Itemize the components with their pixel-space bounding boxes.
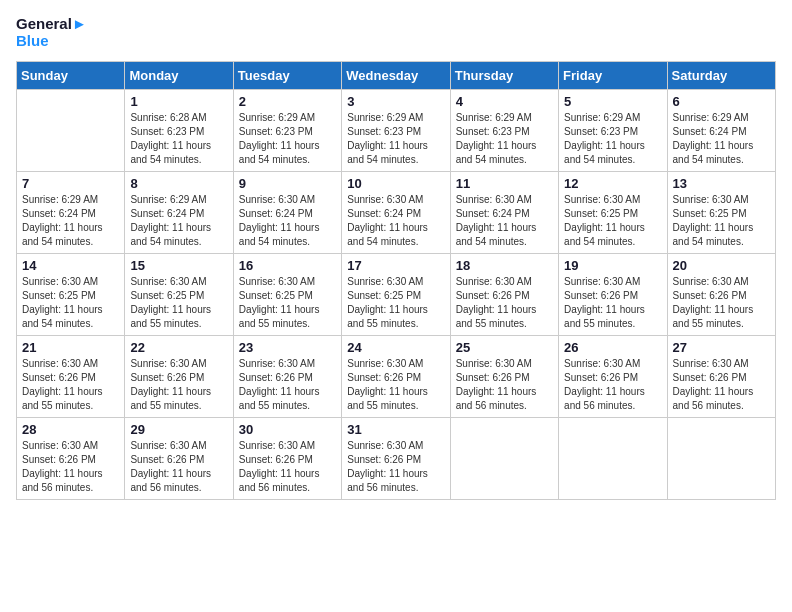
day-number: 6 [673, 94, 770, 109]
day-info: Sunrise: 6:30 AMSunset: 6:24 PMDaylight:… [239, 193, 336, 249]
calendar-cell: 16Sunrise: 6:30 AMSunset: 6:25 PMDayligh… [233, 254, 341, 336]
calendar-cell: 25Sunrise: 6:30 AMSunset: 6:26 PMDayligh… [450, 336, 558, 418]
day-number: 29 [130, 422, 227, 437]
day-info: Sunrise: 6:30 AMSunset: 6:26 PMDaylight:… [347, 439, 444, 495]
calendar-cell: 30Sunrise: 6:30 AMSunset: 6:26 PMDayligh… [233, 418, 341, 500]
day-info: Sunrise: 6:30 AMSunset: 6:26 PMDaylight:… [673, 275, 770, 331]
calendar-cell: 31Sunrise: 6:30 AMSunset: 6:26 PMDayligh… [342, 418, 450, 500]
logo-container: General► Blue [16, 16, 87, 49]
calendar-week-row: 1Sunrise: 6:28 AMSunset: 6:23 PMDaylight… [17, 90, 776, 172]
calendar-cell: 11Sunrise: 6:30 AMSunset: 6:24 PMDayligh… [450, 172, 558, 254]
calendar-cell: 18Sunrise: 6:30 AMSunset: 6:26 PMDayligh… [450, 254, 558, 336]
day-number: 14 [22, 258, 119, 273]
calendar-cell [450, 418, 558, 500]
calendar-cell: 28Sunrise: 6:30 AMSunset: 6:26 PMDayligh… [17, 418, 125, 500]
calendar-table: SundayMondayTuesdayWednesdayThursdayFrid… [16, 61, 776, 500]
day-info: Sunrise: 6:30 AMSunset: 6:24 PMDaylight:… [347, 193, 444, 249]
calendar-cell [667, 418, 775, 500]
day-info: Sunrise: 6:30 AMSunset: 6:26 PMDaylight:… [347, 357, 444, 413]
day-number: 12 [564, 176, 661, 191]
calendar-cell: 2Sunrise: 6:29 AMSunset: 6:23 PMDaylight… [233, 90, 341, 172]
day-info: Sunrise: 6:30 AMSunset: 6:25 PMDaylight:… [130, 275, 227, 331]
day-of-week-header: Wednesday [342, 62, 450, 90]
day-number: 3 [347, 94, 444, 109]
calendar-cell: 14Sunrise: 6:30 AMSunset: 6:25 PMDayligh… [17, 254, 125, 336]
calendar-cell: 7Sunrise: 6:29 AMSunset: 6:24 PMDaylight… [17, 172, 125, 254]
day-number: 24 [347, 340, 444, 355]
calendar-header-row: SundayMondayTuesdayWednesdayThursdayFrid… [17, 62, 776, 90]
day-number: 13 [673, 176, 770, 191]
calendar-cell: 17Sunrise: 6:30 AMSunset: 6:25 PMDayligh… [342, 254, 450, 336]
day-info: Sunrise: 6:29 AMSunset: 6:24 PMDaylight:… [673, 111, 770, 167]
calendar-cell: 26Sunrise: 6:30 AMSunset: 6:26 PMDayligh… [559, 336, 667, 418]
calendar-cell: 9Sunrise: 6:30 AMSunset: 6:24 PMDaylight… [233, 172, 341, 254]
day-number: 19 [564, 258, 661, 273]
logo-blue: Blue [16, 33, 87, 50]
day-info: Sunrise: 6:28 AMSunset: 6:23 PMDaylight:… [130, 111, 227, 167]
day-number: 28 [22, 422, 119, 437]
calendar-cell: 3Sunrise: 6:29 AMSunset: 6:23 PMDaylight… [342, 90, 450, 172]
calendar-week-row: 7Sunrise: 6:29 AMSunset: 6:24 PMDaylight… [17, 172, 776, 254]
calendar-cell: 27Sunrise: 6:30 AMSunset: 6:26 PMDayligh… [667, 336, 775, 418]
day-info: Sunrise: 6:30 AMSunset: 6:26 PMDaylight:… [22, 357, 119, 413]
page-header: General► Blue [16, 16, 776, 49]
day-info: Sunrise: 6:30 AMSunset: 6:25 PMDaylight:… [564, 193, 661, 249]
calendar-cell: 21Sunrise: 6:30 AMSunset: 6:26 PMDayligh… [17, 336, 125, 418]
day-info: Sunrise: 6:29 AMSunset: 6:23 PMDaylight:… [456, 111, 553, 167]
day-info: Sunrise: 6:30 AMSunset: 6:26 PMDaylight:… [456, 357, 553, 413]
day-number: 31 [347, 422, 444, 437]
calendar-cell: 19Sunrise: 6:30 AMSunset: 6:26 PMDayligh… [559, 254, 667, 336]
day-info: Sunrise: 6:29 AMSunset: 6:24 PMDaylight:… [22, 193, 119, 249]
calendar-cell: 20Sunrise: 6:30 AMSunset: 6:26 PMDayligh… [667, 254, 775, 336]
day-of-week-header: Thursday [450, 62, 558, 90]
day-info: Sunrise: 6:30 AMSunset: 6:26 PMDaylight:… [130, 439, 227, 495]
logo: General► Blue [16, 16, 87, 49]
day-info: Sunrise: 6:30 AMSunset: 6:25 PMDaylight:… [22, 275, 119, 331]
calendar-week-row: 21Sunrise: 6:30 AMSunset: 6:26 PMDayligh… [17, 336, 776, 418]
calendar-cell: 6Sunrise: 6:29 AMSunset: 6:24 PMDaylight… [667, 90, 775, 172]
day-of-week-header: Sunday [17, 62, 125, 90]
day-number: 7 [22, 176, 119, 191]
day-number: 5 [564, 94, 661, 109]
day-info: Sunrise: 6:30 AMSunset: 6:26 PMDaylight:… [239, 357, 336, 413]
day-number: 27 [673, 340, 770, 355]
day-info: Sunrise: 6:30 AMSunset: 6:26 PMDaylight:… [456, 275, 553, 331]
calendar-cell: 8Sunrise: 6:29 AMSunset: 6:24 PMDaylight… [125, 172, 233, 254]
calendar-week-row: 28Sunrise: 6:30 AMSunset: 6:26 PMDayligh… [17, 418, 776, 500]
calendar-cell: 23Sunrise: 6:30 AMSunset: 6:26 PMDayligh… [233, 336, 341, 418]
day-number: 17 [347, 258, 444, 273]
day-number: 4 [456, 94, 553, 109]
day-number: 9 [239, 176, 336, 191]
day-info: Sunrise: 6:29 AMSunset: 6:23 PMDaylight:… [347, 111, 444, 167]
calendar-week-row: 14Sunrise: 6:30 AMSunset: 6:25 PMDayligh… [17, 254, 776, 336]
day-info: Sunrise: 6:29 AMSunset: 6:23 PMDaylight:… [239, 111, 336, 167]
logo-general: General► [16, 16, 87, 33]
day-number: 2 [239, 94, 336, 109]
day-number: 25 [456, 340, 553, 355]
day-info: Sunrise: 6:29 AMSunset: 6:24 PMDaylight:… [130, 193, 227, 249]
calendar-cell: 4Sunrise: 6:29 AMSunset: 6:23 PMDaylight… [450, 90, 558, 172]
day-info: Sunrise: 6:30 AMSunset: 6:25 PMDaylight:… [239, 275, 336, 331]
day-info: Sunrise: 6:30 AMSunset: 6:25 PMDaylight:… [347, 275, 444, 331]
day-info: Sunrise: 6:30 AMSunset: 6:26 PMDaylight:… [239, 439, 336, 495]
day-info: Sunrise: 6:30 AMSunset: 6:26 PMDaylight:… [564, 275, 661, 331]
calendar-cell: 24Sunrise: 6:30 AMSunset: 6:26 PMDayligh… [342, 336, 450, 418]
day-number: 23 [239, 340, 336, 355]
calendar-cell [559, 418, 667, 500]
calendar-cell: 10Sunrise: 6:30 AMSunset: 6:24 PMDayligh… [342, 172, 450, 254]
calendar-cell: 29Sunrise: 6:30 AMSunset: 6:26 PMDayligh… [125, 418, 233, 500]
calendar-cell [17, 90, 125, 172]
day-info: Sunrise: 6:29 AMSunset: 6:23 PMDaylight:… [564, 111, 661, 167]
day-of-week-header: Monday [125, 62, 233, 90]
day-info: Sunrise: 6:30 AMSunset: 6:26 PMDaylight:… [564, 357, 661, 413]
day-of-week-header: Saturday [667, 62, 775, 90]
day-number: 22 [130, 340, 227, 355]
day-number: 21 [22, 340, 119, 355]
day-number: 15 [130, 258, 227, 273]
day-number: 26 [564, 340, 661, 355]
calendar-cell: 5Sunrise: 6:29 AMSunset: 6:23 PMDaylight… [559, 90, 667, 172]
calendar-cell: 13Sunrise: 6:30 AMSunset: 6:25 PMDayligh… [667, 172, 775, 254]
day-info: Sunrise: 6:30 AMSunset: 6:26 PMDaylight:… [130, 357, 227, 413]
day-number: 8 [130, 176, 227, 191]
calendar-cell: 22Sunrise: 6:30 AMSunset: 6:26 PMDayligh… [125, 336, 233, 418]
